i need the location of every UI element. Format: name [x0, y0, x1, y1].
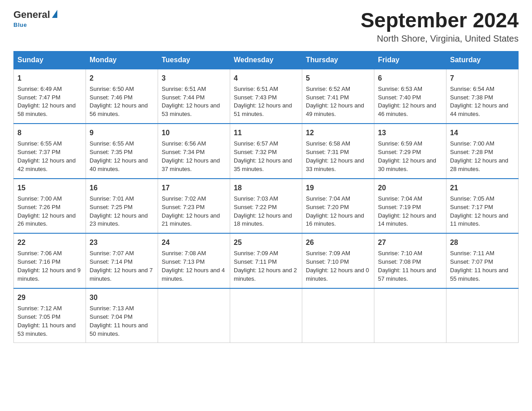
day-sunrise: Sunrise: 6:53 AMSunset: 7:40 PMDaylight:…	[378, 86, 436, 118]
calendar-cell: 11Sunrise: 6:57 AMSunset: 7:32 PMDayligh…	[230, 124, 302, 179]
week-row-5: 29Sunrise: 7:12 AMSunset: 7:05 PMDayligh…	[14, 288, 519, 343]
day-sunrise: Sunrise: 6:58 AMSunset: 7:31 PMDaylight:…	[306, 140, 364, 172]
day-number: 23	[90, 237, 154, 248]
calendar-cell: 13Sunrise: 6:59 AMSunset: 7:29 PMDayligh…	[374, 124, 446, 179]
day-number: 16	[90, 183, 154, 193]
day-number: 17	[162, 183, 226, 193]
day-sunrise: Sunrise: 7:12 AMSunset: 7:05 PMDaylight:…	[17, 305, 76, 337]
calendar-cell: 26Sunrise: 7:09 AMSunset: 7:10 PMDayligh…	[302, 233, 374, 288]
calendar-cell: 24Sunrise: 7:08 AMSunset: 7:13 PMDayligh…	[158, 233, 230, 288]
logo-blue-text: Blue	[13, 21, 27, 28]
calendar-cell: 14Sunrise: 7:00 AMSunset: 7:28 PMDayligh…	[446, 124, 519, 179]
day-header-tuesday: Tuesday	[158, 51, 230, 69]
day-header-sunday: Sunday	[14, 51, 86, 69]
day-header-wednesday: Wednesday	[230, 51, 302, 69]
calendar-cell: 16Sunrise: 7:01 AMSunset: 7:25 PMDayligh…	[86, 179, 158, 234]
logo: General Blue	[13, 9, 57, 28]
day-number: 20	[378, 183, 442, 193]
day-number: 25	[234, 237, 298, 248]
day-sunrise: Sunrise: 7:01 AMSunset: 7:25 PMDaylight:…	[90, 195, 148, 227]
day-sunrise: Sunrise: 6:56 AMSunset: 7:34 PMDaylight:…	[162, 140, 220, 172]
calendar-table: SundayMondayTuesdayWednesdayThursdayFrid…	[13, 51, 519, 343]
calendar-cell: 6Sunrise: 6:53 AMSunset: 7:40 PMDaylight…	[374, 69, 446, 124]
day-number: 13	[378, 128, 442, 138]
calendar-cell: 18Sunrise: 7:03 AMSunset: 7:22 PMDayligh…	[230, 179, 302, 234]
day-sunrise: Sunrise: 7:03 AMSunset: 7:22 PMDaylight:…	[234, 195, 292, 227]
day-sunrise: Sunrise: 7:09 AMSunset: 7:11 PMDaylight:…	[234, 250, 297, 282]
day-number: 10	[162, 128, 226, 138]
calendar-cell: 21Sunrise: 7:05 AMSunset: 7:17 PMDayligh…	[446, 179, 519, 234]
week-row-3: 15Sunrise: 7:00 AMSunset: 7:26 PMDayligh…	[14, 179, 519, 234]
day-sunrise: Sunrise: 6:55 AMSunset: 7:37 PMDaylight:…	[17, 140, 76, 172]
day-header-saturday: Saturday	[446, 51, 519, 69]
logo-text: General	[13, 9, 57, 21]
day-number: 11	[234, 128, 298, 138]
calendar-cell	[302, 288, 374, 343]
day-sunrise: Sunrise: 7:06 AMSunset: 7:16 PMDaylight:…	[17, 250, 81, 282]
day-number: 2	[90, 73, 154, 83]
calendar-cell: 25Sunrise: 7:09 AMSunset: 7:11 PMDayligh…	[230, 233, 302, 288]
day-sunrise: Sunrise: 6:51 AMSunset: 7:44 PMDaylight:…	[162, 86, 220, 118]
week-row-4: 22Sunrise: 7:06 AMSunset: 7:16 PMDayligh…	[14, 233, 519, 288]
title-area: September 2024 North Shore, Virginia, Un…	[360, 9, 519, 44]
day-sunrise: Sunrise: 6:59 AMSunset: 7:29 PMDaylight:…	[378, 140, 436, 172]
day-header-friday: Friday	[374, 51, 446, 69]
day-number: 18	[234, 183, 298, 193]
day-number: 28	[450, 237, 515, 248]
calendar-cell: 20Sunrise: 7:04 AMSunset: 7:19 PMDayligh…	[374, 179, 446, 234]
day-sunrise: Sunrise: 7:04 AMSunset: 7:20 PMDaylight:…	[306, 195, 364, 227]
day-number: 4	[234, 73, 298, 83]
day-number: 3	[162, 73, 226, 83]
calendar-cell: 9Sunrise: 6:55 AMSunset: 7:35 PMDaylight…	[86, 124, 158, 179]
calendar-cell	[374, 288, 446, 343]
calendar-cell: 30Sunrise: 7:13 AMSunset: 7:04 PMDayligh…	[86, 288, 158, 343]
calendar-cell: 19Sunrise: 7:04 AMSunset: 7:20 PMDayligh…	[302, 179, 374, 234]
day-sunrise: Sunrise: 6:51 AMSunset: 7:43 PMDaylight:…	[234, 86, 292, 118]
calendar-cell: 27Sunrise: 7:10 AMSunset: 7:08 PMDayligh…	[374, 233, 446, 288]
day-sunrise: Sunrise: 7:00 AMSunset: 7:28 PMDaylight:…	[450, 140, 508, 172]
week-row-1: 1Sunrise: 6:49 AMSunset: 7:47 PMDaylight…	[14, 69, 519, 124]
calendar-cell	[230, 288, 302, 343]
day-number: 1	[17, 73, 82, 83]
calendar-cell: 17Sunrise: 7:02 AMSunset: 7:23 PMDayligh…	[158, 179, 230, 234]
logo-triangle-icon	[52, 10, 57, 18]
day-sunrise: Sunrise: 7:13 AMSunset: 7:04 PMDaylight:…	[90, 305, 148, 337]
header-row: SundayMondayTuesdayWednesdayThursdayFrid…	[14, 51, 519, 69]
calendar-cell: 4Sunrise: 6:51 AMSunset: 7:43 PMDaylight…	[230, 69, 302, 124]
day-sunrise: Sunrise: 6:54 AMSunset: 7:38 PMDaylight:…	[450, 86, 508, 118]
day-sunrise: Sunrise: 7:10 AMSunset: 7:08 PMDaylight:…	[378, 250, 436, 282]
day-number: 22	[17, 237, 82, 248]
day-sunrise: Sunrise: 6:57 AMSunset: 7:32 PMDaylight:…	[234, 140, 292, 172]
day-number: 9	[90, 128, 154, 138]
calendar-cell: 15Sunrise: 7:00 AMSunset: 7:26 PMDayligh…	[14, 179, 86, 234]
day-number: 19	[306, 183, 370, 193]
day-number: 6	[378, 73, 442, 83]
calendar-cell: 29Sunrise: 7:12 AMSunset: 7:05 PMDayligh…	[14, 288, 86, 343]
calendar-cell: 22Sunrise: 7:06 AMSunset: 7:16 PMDayligh…	[14, 233, 86, 288]
day-number: 8	[17, 128, 82, 138]
calendar-cell: 2Sunrise: 6:50 AMSunset: 7:46 PMDaylight…	[86, 69, 158, 124]
day-sunrise: Sunrise: 7:11 AMSunset: 7:07 PMDaylight:…	[450, 250, 508, 282]
day-sunrise: Sunrise: 6:52 AMSunset: 7:41 PMDaylight:…	[306, 86, 364, 118]
month-title: September 2024	[360, 9, 519, 32]
day-sunrise: Sunrise: 7:04 AMSunset: 7:19 PMDaylight:…	[378, 195, 436, 227]
calendar-cell	[446, 288, 519, 343]
header: General Blue September 2024 North Shore,…	[13, 9, 519, 44]
calendar-cell: 28Sunrise: 7:11 AMSunset: 7:07 PMDayligh…	[446, 233, 519, 288]
day-sunrise: Sunrise: 6:55 AMSunset: 7:35 PMDaylight:…	[90, 140, 148, 172]
day-sunrise: Sunrise: 6:49 AMSunset: 7:47 PMDaylight:…	[17, 86, 76, 118]
day-number: 24	[162, 237, 226, 248]
day-sunrise: Sunrise: 7:00 AMSunset: 7:26 PMDaylight:…	[17, 195, 76, 227]
day-number: 29	[17, 292, 82, 303]
day-sunrise: Sunrise: 7:07 AMSunset: 7:14 PMDaylight:…	[90, 250, 153, 282]
day-number: 15	[17, 183, 82, 193]
day-sunrise: Sunrise: 7:05 AMSunset: 7:17 PMDaylight:…	[450, 195, 508, 227]
location-title: North Shore, Virginia, United States	[360, 34, 519, 44]
week-row-2: 8Sunrise: 6:55 AMSunset: 7:37 PMDaylight…	[14, 124, 519, 179]
day-header-thursday: Thursday	[302, 51, 374, 69]
calendar-cell: 23Sunrise: 7:07 AMSunset: 7:14 PMDayligh…	[86, 233, 158, 288]
day-sunrise: Sunrise: 7:02 AMSunset: 7:23 PMDaylight:…	[162, 195, 220, 227]
day-sunrise: Sunrise: 7:08 AMSunset: 7:13 PMDaylight:…	[162, 250, 225, 282]
calendar-cell: 12Sunrise: 6:58 AMSunset: 7:31 PMDayligh…	[302, 124, 374, 179]
calendar-cell: 1Sunrise: 6:49 AMSunset: 7:47 PMDaylight…	[14, 69, 86, 124]
